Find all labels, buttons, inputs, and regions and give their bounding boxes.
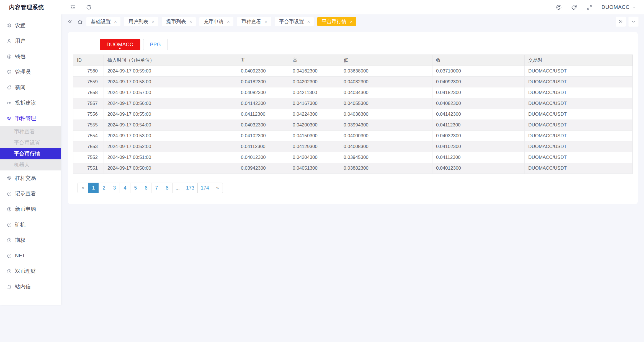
logo-area: 内容管理系统: [0, 4, 61, 11]
topbar-right: DUOMACC: [556, 4, 636, 11]
tab-item[interactable]: 币种查看×: [237, 17, 271, 26]
table-cell: 0.04162300: [289, 66, 340, 77]
pagination-page[interactable]: 1: [88, 183, 99, 193]
pagination-page[interactable]: 5: [130, 183, 141, 193]
home-icon[interactable]: [77, 19, 83, 25]
table-cell: 0.03710000: [432, 66, 525, 77]
user-dropdown[interactable]: DUOMACC: [601, 4, 636, 10]
sidebar-item[interactable]: 钱包: [0, 49, 61, 64]
pagination-next[interactable]: »: [212, 183, 223, 193]
sidebar-item-label: 期权: [15, 237, 25, 244]
pagination-page[interactable]: 2: [99, 183, 109, 193]
sidebar-item[interactable]: 新闻: [0, 80, 61, 95]
table-cell: 0.04032300: [432, 131, 525, 141]
table-row: 75602024-09-17 00:59:000.040923000.04162…: [73, 66, 633, 77]
tab-item[interactable]: 平台币设置×: [275, 17, 314, 26]
coin-button[interactable]: DUOMACC: [100, 39, 140, 50]
dollar-icon: [7, 54, 12, 59]
close-icon[interactable]: ×: [189, 19, 192, 24]
table-cell: 2024-09-17 00:56:00: [104, 98, 237, 109]
sidebar-item[interactable]: 期权: [0, 232, 61, 248]
sidebar-item[interactable]: 杠杆交易: [0, 170, 61, 186]
table-cell: 0.04182300: [432, 87, 525, 98]
table-cell: 0.04142300: [432, 109, 525, 120]
table-cell: 2024-09-17 00:50:00: [104, 163, 237, 174]
history-icon: [7, 253, 12, 258]
table-cell: DUOMACC/USDT: [525, 152, 633, 163]
sidebar-item[interactable]: 币种管理: [0, 111, 61, 126]
sidebar-item[interactable]: 新币申购: [0, 201, 61, 217]
sidebar-subitem[interactable]: 机器人: [0, 159, 61, 170]
pagination-ellipsis[interactable]: ...: [172, 183, 183, 193]
table-cell: 7554: [73, 131, 104, 141]
table-cell: DUOMACC/USDT: [525, 66, 633, 77]
content-card: DUOMACCPPG ID插入时间（分钟单位）开高低收交易对 75602024-…: [68, 32, 638, 204]
chevron-double-right-button[interactable]: [616, 17, 626, 27]
pagination-page[interactable]: 173: [183, 183, 198, 193]
close-icon[interactable]: ×: [152, 19, 154, 24]
pagination-prev[interactable]: «: [78, 183, 88, 193]
tab-item[interactable]: 平台币行情×: [317, 17, 356, 26]
table-cell: 2024-09-17 00:55:00: [104, 109, 237, 120]
close-icon[interactable]: ×: [307, 19, 310, 24]
sidebar-item[interactable]: 管理员: [0, 64, 61, 80]
table-cell: 0.04012300: [432, 163, 525, 174]
tag-icon: [7, 85, 12, 90]
chevron-down-button[interactable]: [628, 17, 638, 27]
table-cell: 7559: [73, 77, 104, 87]
sidebar-item[interactable]: 用户: [0, 33, 61, 49]
pagination-page[interactable]: 7: [151, 183, 162, 193]
tab-item[interactable]: 基础设置×: [86, 17, 120, 26]
pagination-page[interactable]: 3: [109, 183, 120, 193]
table-cell: 0.04112300: [432, 152, 525, 163]
sidebar-item-label: 设置: [15, 22, 25, 29]
sidebar-item[interactable]: 矿机: [0, 217, 61, 232]
tab-item[interactable]: 充币申请×: [199, 17, 233, 26]
pagination-page[interactable]: 6: [141, 183, 151, 193]
pagination-page[interactable]: 174: [197, 183, 212, 193]
gear-icon: [7, 23, 12, 28]
close-icon[interactable]: ×: [265, 19, 267, 24]
close-icon[interactable]: ×: [114, 19, 117, 24]
history-icon: [7, 191, 12, 196]
tab-item[interactable]: 提币列表×: [162, 17, 196, 26]
tab-item[interactable]: 用户列表×: [124, 17, 158, 26]
sidebar-item[interactable]: 记录查看: [0, 186, 61, 201]
table-cell: 2024-09-17 00:54:00: [104, 120, 237, 131]
coin-button[interactable]: PPG: [143, 39, 168, 50]
price-tag-icon[interactable]: [571, 4, 577, 11]
close-icon[interactable]: ×: [350, 19, 353, 24]
chevron-double-left-icon[interactable]: [67, 19, 73, 25]
history-icon: [7, 222, 12, 227]
sidebar-subitem[interactable]: 币种查看: [0, 126, 61, 137]
sidebar-submenu: 币种查看平台币设置平台币行情机器人: [0, 126, 61, 170]
sidebar-item-label: 站内信: [15, 283, 31, 290]
sidebar-subitem[interactable]: 平台币设置: [0, 137, 61, 148]
table-cell: 2024-09-17 00:57:00: [104, 87, 237, 98]
palette-icon[interactable]: [556, 4, 562, 11]
sidebar-item[interactable]: 双币理财: [0, 263, 61, 279]
table-cell: 2024-09-17 00:59:00: [104, 66, 237, 77]
refresh-icon[interactable]: [86, 4, 92, 11]
sidebar-item[interactable]: 设置: [0, 18, 61, 33]
table-cell: 0.04082300: [237, 87, 289, 98]
sidebar-item[interactable]: 站内信: [0, 279, 61, 294]
table-cell: DUOMACC/USDT: [525, 131, 633, 141]
table-cell: 0.04112300: [237, 109, 289, 120]
sidebar-item[interactable]: NFT: [0, 248, 61, 263]
sidebar: 设置用户钱包管理员新闻投拆建议币种管理币种查看平台币设置平台币行情机器人杠杆交易…: [0, 14, 61, 305]
sidebar-item-label: 钱包: [15, 53, 25, 60]
table-row: 75512024-09-17 00:50:000.039423000.04051…: [73, 163, 633, 174]
close-icon[interactable]: ×: [227, 19, 230, 24]
table-body: 75602024-09-17 00:59:000.040923000.04162…: [73, 66, 633, 174]
sidebar-item[interactable]: 投拆建议: [0, 95, 61, 111]
sidebar-subitem[interactable]: 平台币行情: [0, 148, 61, 159]
pagination-page[interactable]: 8: [162, 183, 172, 193]
coin-buttons: DUOMACCPPG: [68, 32, 638, 50]
pagination-page[interactable]: 4: [120, 183, 130, 193]
fullscreen-icon[interactable]: [586, 4, 593, 11]
market-table: ID插入时间（分钟单位）开高低收交易对 75602024-09-17 00:59…: [73, 55, 633, 174]
table-cell: 0.04032300: [340, 77, 432, 87]
sidebar-item-label: NFT: [15, 253, 25, 259]
menu-collapse-icon[interactable]: [70, 4, 76, 11]
